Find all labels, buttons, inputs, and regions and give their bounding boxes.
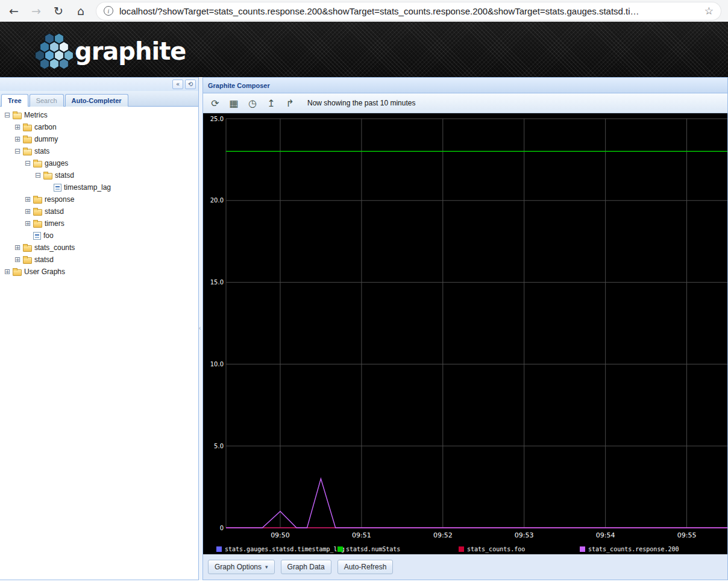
tree-node-foo[interactable]: foo xyxy=(0,230,198,242)
reload-icon[interactable]: ↻ xyxy=(52,4,65,17)
legend-swatch xyxy=(216,546,222,552)
graph-data-button[interactable]: Graph Data xyxy=(281,560,331,574)
tree-node-statsd[interactable]: ⊞statsd xyxy=(0,254,198,266)
expand-toggle-icon[interactable]: ⊞ xyxy=(13,255,22,264)
svg-text:09:51: 09:51 xyxy=(352,531,371,539)
expand-toggle-icon[interactable]: ⊞ xyxy=(13,123,22,131)
svg-text:10.0: 10.0 xyxy=(210,361,224,368)
folder-icon xyxy=(33,196,42,204)
tree-node-statsd[interactable]: ⊞statsd xyxy=(0,205,198,217)
site-info-icon[interactable]: i xyxy=(104,6,113,16)
forward-icon[interactable]: → xyxy=(30,4,43,17)
legend-swatch xyxy=(337,546,343,552)
tab-auto-completer[interactable]: Auto-Completer xyxy=(65,94,128,107)
legend-item: stats.gauges.statsd.timestamp_lag xyxy=(216,546,337,552)
splitter-collapse-icon[interactable]: ‹ xyxy=(199,325,201,331)
folder-icon xyxy=(23,244,32,252)
refresh-tree-button[interactable]: ⟲ xyxy=(185,80,196,89)
svg-text:15.0: 15.0 xyxy=(210,279,224,286)
folder-open-icon xyxy=(43,172,52,180)
folder-icon xyxy=(23,136,32,143)
expand-toggle-icon[interactable]: ⊞ xyxy=(23,207,33,216)
tree-node-statsd[interactable]: ⊟statsd xyxy=(0,169,198,181)
sidebar-tool-strip: « ⟲ xyxy=(0,78,198,91)
bookmark-star-icon[interactable]: ☆ xyxy=(704,5,714,17)
legend-label: stats.gauges.statsd.timestamp_lag xyxy=(225,546,345,552)
expand-toggle-icon[interactable]: ⊟ xyxy=(33,171,43,180)
clock-icon[interactable]: ◷ xyxy=(245,96,260,110)
svg-text:09:54: 09:54 xyxy=(596,531,615,539)
auto-refresh-button[interactable]: Auto-Refresh xyxy=(337,560,394,574)
composer-chart[interactable]: 09:5009:5109:5209:5309:5409:5505.010.015… xyxy=(203,113,727,554)
svg-text:09:50: 09:50 xyxy=(271,531,290,539)
expand-toggle-icon[interactable]: ⊞ xyxy=(13,135,22,143)
tree-node-label: timers xyxy=(45,219,64,228)
expand-toggle-icon[interactable]: ⊟ xyxy=(23,159,33,167)
legend-label: stats_counts.foo xyxy=(467,546,525,552)
tree-node-label: foo xyxy=(43,231,54,240)
upload-icon[interactable]: ↥ xyxy=(264,96,278,110)
refresh-icon[interactable]: ⟳ xyxy=(208,96,222,110)
calendar-icon[interactable]: ▦ xyxy=(227,96,241,110)
tree-node-metrics[interactable]: ⊟Metrics xyxy=(0,109,198,121)
tree-node-response[interactable]: ⊞response xyxy=(0,193,198,205)
svg-text:09:53: 09:53 xyxy=(515,531,534,539)
tab-tree[interactable]: Tree xyxy=(1,94,28,107)
home-icon[interactable]: ⌂ xyxy=(74,4,87,17)
metric-leaf-icon xyxy=(33,232,41,240)
expand-toggle-icon[interactable]: ⊞ xyxy=(13,243,22,252)
back-icon[interactable]: ← xyxy=(7,4,20,17)
tree-node-label: dummy xyxy=(34,135,58,143)
tree-node-label: carbon xyxy=(34,123,57,131)
tree-node-label: gauges xyxy=(45,159,68,167)
tree-node-label: response xyxy=(45,195,74,204)
metric-leaf-icon xyxy=(54,184,61,192)
tree-node-label: statsd xyxy=(55,171,74,180)
folder-open-icon xyxy=(13,111,22,119)
tree-node-stats[interactable]: ⊟stats xyxy=(0,145,198,157)
legend-item: stats_counts.response.200 xyxy=(580,546,701,552)
button-label: Graph Options xyxy=(215,563,262,571)
tree-node-dummy[interactable]: ⊞dummy xyxy=(0,133,198,145)
url-bar[interactable]: i localhost/?showTarget=stats_counts.res… xyxy=(96,2,721,20)
graphite-logo-text: graphite xyxy=(75,37,186,65)
svg-text:25.0: 25.0 xyxy=(210,116,224,122)
expand-toggle-icon[interactable]: ⊟ xyxy=(13,147,22,155)
tree-node-timestamp-lag[interactable]: timestamp_lag xyxy=(0,181,198,193)
chart-plot[interactable]: 09:5009:5109:5209:5309:5409:5505.010.015… xyxy=(203,113,727,554)
browser-toolbar: ← → ↻ ⌂ i localhost/?showTarget=stats_co… xyxy=(0,0,728,22)
tree-node-gauges[interactable]: ⊟gauges xyxy=(0,157,198,169)
url-text[interactable]: localhost/?showTarget=stats_counts.respo… xyxy=(119,6,698,16)
folder-icon xyxy=(23,124,32,131)
button-label: Auto-Refresh xyxy=(344,563,387,571)
expand-toggle-icon[interactable]: ⊟ xyxy=(2,111,12,119)
graphite-logo: graphite xyxy=(34,30,186,72)
tree-node-label: statsd xyxy=(34,255,54,264)
time-range-status: Now showing the past 10 minutes xyxy=(307,99,415,107)
tree-node-label: stats xyxy=(34,147,49,155)
tree-node-timers[interactable]: ⊞timers xyxy=(0,217,198,230)
tree-node-label: stats_counts xyxy=(34,243,75,252)
svg-text:09:52: 09:52 xyxy=(433,531,453,539)
legend-item: stats_counts.foo xyxy=(459,546,580,552)
tree-node-label: User Graphs xyxy=(24,268,65,276)
tree-node-carbon[interactable]: ⊞carbon xyxy=(0,121,198,133)
tree-node-user-graphs[interactable]: ⊞User Graphs xyxy=(0,266,198,278)
graph-options-button[interactable]: Graph Options▾ xyxy=(208,560,275,574)
tab-search[interactable]: Search xyxy=(30,94,64,107)
tree-node-label: Metrics xyxy=(24,111,48,119)
expand-toggle-icon[interactable]: ⊞ xyxy=(2,268,12,276)
folder-icon xyxy=(33,220,42,228)
legend-label: statsd.numStats xyxy=(346,546,400,552)
folder-icon xyxy=(23,256,32,264)
sidebar-tab-strip: TreeSearchAuto-Completer xyxy=(0,91,198,107)
svg-text:20.0: 20.0 xyxy=(210,197,224,204)
svg-text:09:55: 09:55 xyxy=(677,531,697,539)
collapse-sidebar-button[interactable]: « xyxy=(172,80,183,89)
share-icon[interactable]: ↱ xyxy=(283,96,297,110)
folder-icon xyxy=(33,208,42,216)
expand-toggle-icon[interactable]: ⊞ xyxy=(23,195,33,204)
tree-node-stats-counts[interactable]: ⊞stats_counts xyxy=(0,242,198,254)
composer-panel: Graphite Composer ⟳▦◷↥↱ Now showing the … xyxy=(202,77,728,580)
expand-toggle-icon[interactable]: ⊞ xyxy=(23,219,33,228)
